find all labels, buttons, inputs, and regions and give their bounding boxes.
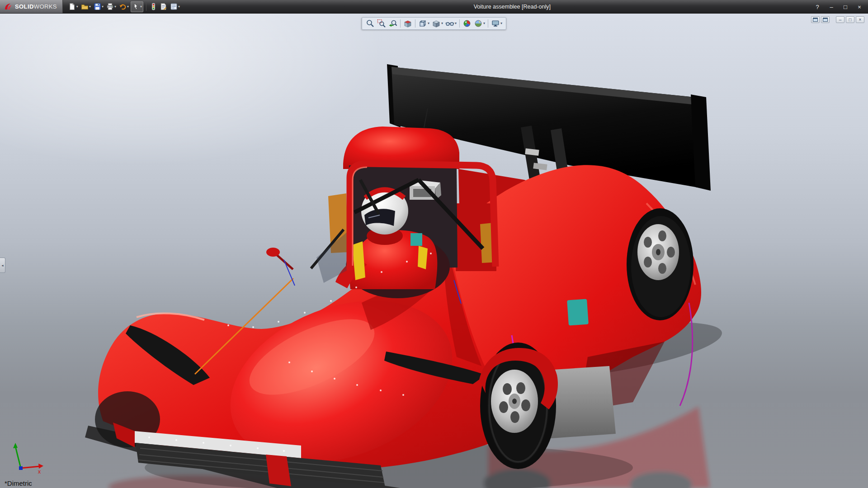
chevron-down-icon[interactable]: ▾: [178, 5, 180, 9]
document-window-controls: – □ ×: [811, 16, 864, 23]
zoom-to-area-icon: [377, 19, 386, 28]
toolbar-separator: [459, 19, 460, 28]
side-mirror: [266, 248, 293, 269]
help-button[interactable]: ?: [813, 4, 821, 10]
toolbar-separator: [400, 19, 401, 28]
close-button[interactable]: ×: [855, 4, 863, 10]
view-settings-button[interactable]: ▾: [490, 19, 503, 28]
chevron-down-icon[interactable]: ▾: [127, 5, 129, 9]
model-3d-race-car[interactable]: [0, 14, 868, 488]
zoom-to-fit-button[interactable]: [365, 19, 376, 28]
ds-logo-icon: [4, 3, 13, 11]
document-window-button[interactable]: [821, 16, 830, 23]
appearance-ball-icon: [462, 19, 472, 28]
graphics-viewport[interactable]: ▾ ▾ ▾: [0, 14, 868, 488]
chevron-down-icon[interactable]: ▾: [500, 22, 502, 25]
undo-button[interactable]: ▾: [118, 1, 130, 12]
chevron-down-icon[interactable]: ▾: [114, 5, 116, 9]
file-properties-icon: [160, 3, 167, 10]
app-name: SOLIDWORKS: [15, 3, 57, 10]
new-document-button[interactable]: ▾: [67, 1, 79, 12]
save-button[interactable]: ▾: [93, 1, 104, 12]
chevron-down-icon[interactable]: ▾: [140, 5, 142, 9]
print-button[interactable]: ▾: [105, 1, 117, 12]
chevron-down-icon[interactable]: ▾: [483, 22, 485, 25]
options-sheet-icon: [170, 3, 178, 10]
undo-arrow-icon: [119, 3, 127, 10]
document-window-button[interactable]: [811, 16, 820, 23]
open-folder-icon: [81, 3, 89, 10]
previous-view-button[interactable]: [387, 19, 398, 28]
chevron-down-icon[interactable]: ▾: [441, 22, 443, 25]
x-axis-arrow: [21, 466, 40, 468]
window-icon: [823, 18, 828, 22]
display-style-icon: [432, 19, 441, 28]
heads-up-view-toolbar: ▾ ▾ ▾: [362, 17, 506, 30]
minimize-button[interactable]: –: [827, 4, 835, 10]
section-view-icon: [403, 19, 412, 28]
printer-icon: [106, 3, 114, 10]
app-logo: SOLIDWORKS: [0, 0, 63, 13]
teal-side-vent: [567, 299, 589, 326]
scene-globe-icon: [474, 19, 483, 28]
select-button[interactable]: ▾: [131, 1, 143, 12]
view-orientation-icon: [418, 19, 427, 28]
toolbar-separator: [415, 19, 415, 28]
title-bar: SOLIDWORKS ▾ ▾ ▾: [0, 0, 868, 14]
doc-minimize-button[interactable]: –: [836, 16, 844, 23]
rebuild-stoplight-button[interactable]: [149, 1, 158, 12]
file-properties-button[interactable]: [159, 1, 168, 12]
open-button[interactable]: ▾: [80, 1, 92, 12]
new-document-icon: [68, 3, 76, 10]
chevron-down-icon[interactable]: ▾: [89, 5, 91, 9]
chevron-down-icon[interactable]: ▾: [455, 22, 457, 25]
y-axis-arrow: [15, 446, 21, 468]
x-axis-label: x: [38, 469, 41, 475]
doc-close-button[interactable]: ×: [856, 16, 864, 23]
window-controls: ? – □ ×: [813, 0, 863, 14]
edit-appearance-button[interactable]: [462, 19, 472, 28]
doc-restore-button[interactable]: □: [846, 16, 854, 23]
eyeglasses-icon: [445, 19, 454, 28]
teal-cockpit-detail: [410, 233, 422, 246]
section-view-button[interactable]: [402, 19, 413, 28]
chevron-down-icon[interactable]: ▾: [428, 22, 429, 25]
chevron-down-icon[interactable]: ▾: [102, 5, 104, 9]
hide-show-items-button[interactable]: ▾: [444, 19, 458, 28]
orientation-triad: x: [8, 440, 49, 476]
view-orientation-button[interactable]: ▾: [417, 19, 430, 28]
save-floppy-icon: [94, 3, 101, 10]
rear-wheel: [631, 216, 691, 317]
main-toolbar: ▾ ▾ ▾ ▾: [63, 1, 181, 12]
chevron-down-icon[interactable]: ▾: [76, 5, 78, 9]
view-orientation-label: *Dimetric: [5, 479, 32, 487]
monitor-icon: [491, 19, 500, 28]
previous-view-icon: [388, 19, 397, 28]
zoom-to-fit-icon: [366, 19, 375, 28]
feature-panel-toggle[interactable]: ◄: [0, 258, 5, 273]
display-style-button[interactable]: ▾: [431, 19, 444, 28]
options-button[interactable]: ▾: [169, 1, 181, 12]
window-icon: [813, 18, 818, 22]
z-axis-dot: [19, 466, 23, 470]
maximize-button[interactable]: □: [841, 4, 849, 10]
zoom-to-area-button[interactable]: [376, 19, 387, 28]
apply-scene-button[interactable]: ▾: [473, 19, 486, 28]
toolbar-separator: [146, 3, 146, 11]
select-cursor-icon: [132, 3, 140, 10]
window-title: Voiture assemblee [Read-only]: [474, 4, 551, 10]
toolbar-separator: [488, 19, 488, 28]
rebuild-stoplight-icon: [150, 3, 157, 10]
